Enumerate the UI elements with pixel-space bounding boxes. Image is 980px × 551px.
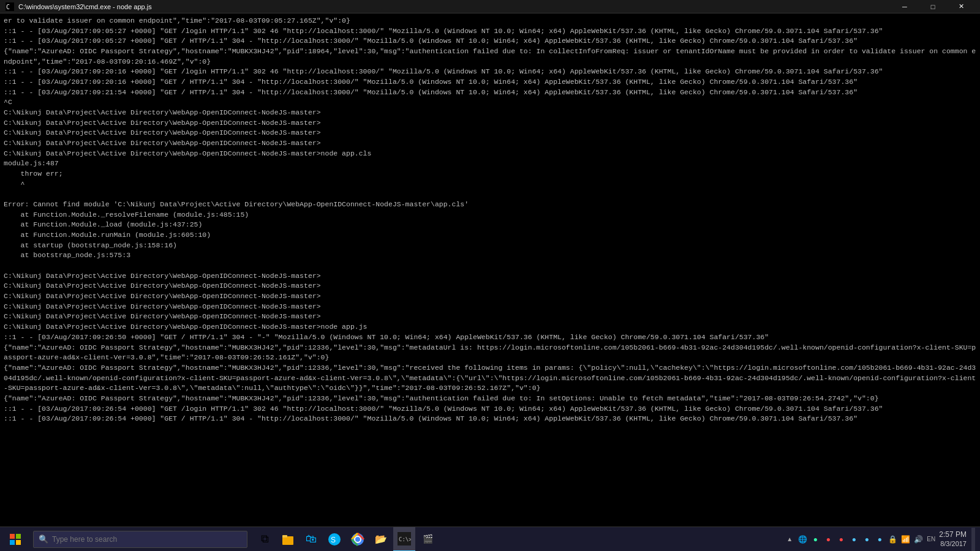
maximize-button[interactable]: □ (919, 0, 947, 13)
taskbar: 🔍 ⧉ 🛍 S 📂 (0, 527, 980, 551)
terminal-taskbar-icon[interactable]: C:\> (393, 527, 415, 552)
cmd-icon: C (5, 2, 15, 12)
tray-security-icon[interactable]: 🔒 (887, 534, 898, 545)
taskbar-right: ▲ 🌐 ● ● ● ● ● ● 🔒 📶 🔊 EN 2:57 PM 8/3/201… (784, 528, 980, 551)
svg-rect-3 (16, 534, 21, 539)
tray-icon-5[interactable]: ● (861, 534, 872, 545)
svg-text:C: C (6, 4, 10, 10)
tray-wifi-icon[interactable]: 📶 (900, 534, 911, 545)
search-input[interactable] (52, 535, 242, 544)
title-bar-left: C C:\windows\system32\cmd.exe - node app… (5, 2, 152, 12)
store-icon[interactable]: 🛍 (300, 527, 322, 552)
svg-rect-5 (16, 540, 21, 545)
svg-rect-2 (10, 534, 15, 539)
search-icon: 🔍 (39, 534, 48, 544)
media-icon[interactable]: 🎬 (417, 527, 439, 552)
minimize-button[interactable]: ─ (891, 0, 919, 13)
window-title: C:\windows\system32\cmd.exe - node app.j… (18, 3, 152, 10)
svg-rect-4 (10, 540, 15, 545)
tray-keyboard-icon[interactable]: EN (925, 534, 937, 545)
tray-icon-2[interactable]: ● (823, 534, 834, 545)
start-button[interactable] (0, 527, 31, 552)
task-view-icon[interactable]: ⧉ (254, 527, 276, 552)
taskbar-icons: ⧉ 🛍 S 📂 (254, 527, 439, 552)
terminal-output[interactable]: er to validate issuer on common endpoint… (0, 13, 980, 527)
title-bar: C C:\windows\system32\cmd.exe - node app… (0, 0, 980, 13)
tray-icon-4[interactable]: ● (848, 534, 859, 545)
window-controls: ─ □ ✕ (891, 0, 975, 13)
close-button[interactable]: ✕ (947, 0, 975, 13)
svg-rect-6 (282, 536, 293, 545)
svg-text:C:\>: C:\> (399, 536, 411, 542)
svg-rect-7 (282, 535, 287, 538)
tray-icon-6[interactable]: ● (874, 534, 885, 545)
svg-text:S: S (331, 536, 336, 544)
skype-icon[interactable]: S (323, 527, 345, 552)
system-clock[interactable]: 2:57 PM 8/3/2017 (939, 530, 967, 549)
file-explorer-icon[interactable] (277, 527, 299, 552)
tray-icon-1[interactable]: ● (810, 534, 821, 545)
tray-arrow-icon[interactable]: ▲ (784, 534, 795, 545)
tray-icon-3[interactable]: ● (835, 534, 846, 545)
search-bar[interactable]: 🔍 (33, 531, 247, 548)
chrome-icon[interactable] (347, 527, 369, 552)
system-tray: ▲ 🌐 ● ● ● ● ● ● 🔒 📶 🔊 EN (784, 534, 937, 545)
clock-time: 2:57 PM (939, 530, 967, 540)
tray-network-icon[interactable]: 🌐 (797, 534, 808, 545)
svg-point-12 (355, 537, 360, 542)
show-desktop-button[interactable] (971, 528, 975, 551)
clock-date: 8/3/2017 (939, 539, 967, 548)
folder-icon[interactable]: 📂 (370, 527, 392, 552)
tray-volume-icon[interactable]: 🔊 (913, 534, 924, 545)
